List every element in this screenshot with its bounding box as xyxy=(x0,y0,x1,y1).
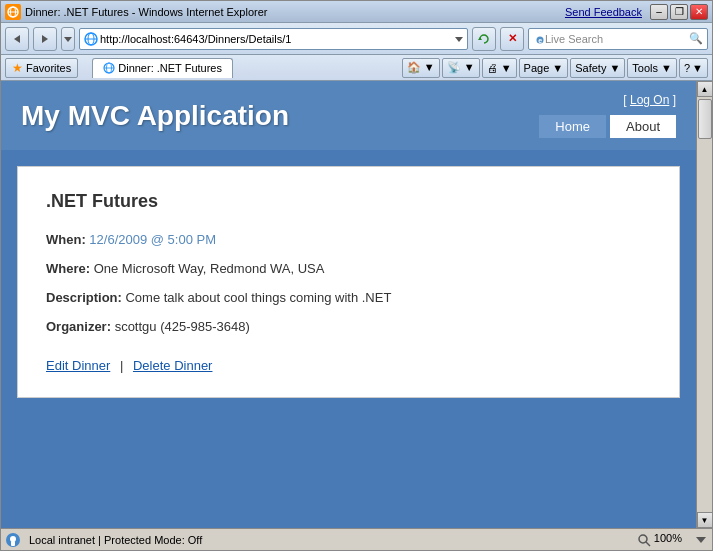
browser-icon xyxy=(5,4,21,20)
favorites-bar: ★ Favorites Dinner: .NET Futures 🏠 ▼ 📡 ▼… xyxy=(1,55,712,81)
page-button[interactable]: Page ▼ xyxy=(519,58,569,78)
address-text[interactable]: http://localhost:64643/Dinners/Details/1 xyxy=(100,33,453,45)
favorites-button[interactable]: ★ Favorites xyxy=(5,58,78,78)
app-header: My MVC Application [ Log On ] Home About xyxy=(1,81,696,150)
description-value: Come talk about cool things coming with … xyxy=(125,290,391,305)
dinner-links: Edit Dinner | Delete Dinner xyxy=(46,358,651,373)
tab-label: Dinner: .NET Futures xyxy=(118,62,222,74)
navigation-bar: http://localhost:64643/Dinners/Details/1… xyxy=(1,23,712,55)
back-button[interactable] xyxy=(5,27,29,51)
svg-point-19 xyxy=(639,535,647,543)
search-submit-icon[interactable]: 🔍 xyxy=(689,32,703,45)
link-separator: | xyxy=(120,358,123,373)
where-value: One Microsoft Way, Redmond WA, USA xyxy=(94,261,325,276)
log-on-area: [ Log On ] xyxy=(623,93,676,107)
dinner-name: .NET Futures xyxy=(46,191,651,212)
svg-marker-10 xyxy=(478,37,482,40)
when-value: 12/6/2009 @ 5:00 PM xyxy=(89,232,216,247)
scrollbar[interactable]: ▲ ▼ xyxy=(696,81,712,528)
svg-rect-18 xyxy=(11,541,15,546)
favorites-label: Favorites xyxy=(26,62,71,74)
when-label: When: xyxy=(46,232,86,247)
help-button[interactable]: ? ▼ xyxy=(679,58,708,78)
edit-dinner-link[interactable]: Edit Dinner xyxy=(46,358,110,373)
svg-marker-9 xyxy=(455,37,463,42)
ie-logo-icon xyxy=(84,32,98,46)
send-feedback-link[interactable]: Send Feedback xyxy=(565,6,642,18)
status-text: Local intranet | Protected Mode: Off xyxy=(29,534,629,546)
minimize-button[interactable]: – xyxy=(650,4,668,20)
zoom-level[interactable]: 100% xyxy=(637,532,682,546)
svg-line-20 xyxy=(646,542,650,546)
organizer-value: scottgu (425-985-3648) xyxy=(115,319,250,334)
svg-marker-4 xyxy=(42,35,48,43)
search-placeholder: Live Search xyxy=(545,33,689,45)
close-button[interactable]: ✕ xyxy=(690,4,708,20)
organizer-field: Organizer: scottgu (425-985-3648) xyxy=(46,319,651,334)
scroll-up-button[interactable]: ▲ xyxy=(697,81,713,97)
refresh-button[interactable] xyxy=(472,27,496,51)
zoom-dropdown-icon[interactable] xyxy=(694,533,708,547)
tab-bar: Dinner: .NET Futures xyxy=(84,58,395,78)
live-search-icon: e xyxy=(533,33,545,45)
page-content: My MVC Application [ Log On ] Home About… xyxy=(1,81,696,528)
description-label: Description: xyxy=(46,290,122,305)
stop-button[interactable]: ✕ xyxy=(500,27,524,51)
about-nav-button[interactable]: About xyxy=(610,115,676,138)
tools-button[interactable]: Tools ▼ xyxy=(627,58,677,78)
organizer-label: Organizer: xyxy=(46,319,111,334)
forward-button[interactable] xyxy=(33,27,57,51)
nav-buttons: Home About xyxy=(539,115,676,138)
active-tab[interactable]: Dinner: .NET Futures xyxy=(92,58,233,78)
log-on-link[interactable]: Log On xyxy=(630,93,669,107)
home-nav-button[interactable]: Home xyxy=(539,115,606,138)
svg-marker-3 xyxy=(14,35,20,43)
print-button[interactable]: 🖨 ▼ xyxy=(482,58,517,78)
address-dropdown-icon[interactable] xyxy=(455,35,463,43)
search-bar[interactable]: e Live Search 🔍 xyxy=(528,28,708,50)
dropdown-button[interactable] xyxy=(61,27,75,51)
protected-mode-icon xyxy=(5,532,21,548)
when-field: When: 12/6/2009 @ 5:00 PM xyxy=(46,232,651,247)
scroll-thumb[interactable] xyxy=(698,99,712,139)
home-button[interactable]: 🏠 ▼ xyxy=(402,58,440,78)
zoom-icon xyxy=(637,533,651,547)
delete-dinner-link[interactable]: Delete Dinner xyxy=(133,358,213,373)
feeds-button[interactable]: 📡 ▼ xyxy=(442,58,480,78)
app-title: My MVC Application xyxy=(21,100,289,132)
dinner-card: .NET Futures When: 12/6/2009 @ 5:00 PM W… xyxy=(17,166,680,398)
status-bar: Local intranet | Protected Mode: Off 100… xyxy=(1,528,712,550)
address-bar[interactable]: http://localhost:64643/Dinners/Details/1 xyxy=(79,28,468,50)
svg-text:e: e xyxy=(538,36,542,43)
header-right: [ Log On ] Home About xyxy=(539,93,676,138)
where-field: Where: One Microsoft Way, Redmond WA, US… xyxy=(46,261,651,276)
toolbar-right: 🏠 ▼ 📡 ▼ 🖨 ▼ Page ▼ Safety ▼ Tools ▼ ? ▼ xyxy=(402,58,708,78)
svg-marker-5 xyxy=(64,37,72,42)
description-field: Description: Come talk about cool things… xyxy=(46,290,651,305)
safety-button[interactable]: Safety ▼ xyxy=(570,58,625,78)
scroll-down-button[interactable]: ▼ xyxy=(697,512,713,528)
tab-favicon xyxy=(103,62,115,74)
star-icon: ★ xyxy=(12,61,23,75)
title-bar: Dinner: .NET Futures - Windows Internet … xyxy=(1,1,712,23)
content-area: My MVC Application [ Log On ] Home About… xyxy=(1,81,712,528)
svg-marker-21 xyxy=(696,537,706,543)
where-label: Where: xyxy=(46,261,90,276)
window-title: Dinner: .NET Futures - Windows Internet … xyxy=(25,6,268,18)
restore-button[interactable]: ❐ xyxy=(670,4,688,20)
